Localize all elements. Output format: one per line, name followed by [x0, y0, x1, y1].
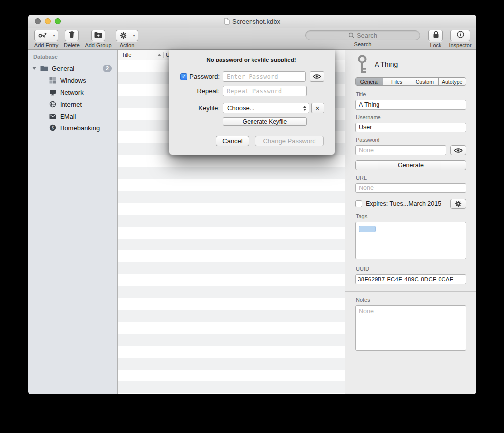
- title-field-label: Title: [356, 91, 466, 97]
- svg-text:$: $: [51, 126, 54, 130]
- search-icon: [348, 32, 355, 39]
- password-reveal-button[interactable]: [450, 145, 466, 155]
- sheet-message: No password or keyfile supplied!: [178, 57, 324, 63]
- password-field[interactable]: [355, 145, 446, 155]
- eye-icon: [454, 148, 463, 153]
- notes-field[interactable]: [355, 305, 466, 351]
- action-dropdown-arrow[interactable]: ▾: [130, 30, 138, 41]
- tab-custom[interactable]: Custom: [411, 77, 439, 86]
- search-input[interactable]: Search: [305, 30, 420, 40]
- inspector-button[interactable]: [450, 30, 470, 41]
- search-block: Search Search: [304, 30, 421, 47]
- envelope-icon: [48, 114, 57, 119]
- tab-general[interactable]: General: [355, 77, 383, 86]
- generate-password-button[interactable]: Generate: [355, 160, 466, 170]
- add-group-label: Add Group: [85, 42, 111, 48]
- password-checkbox[interactable]: ✓: [180, 73, 187, 80]
- tab-files[interactable]: Files: [383, 77, 411, 86]
- sidebar-item-label: Homebanking: [60, 124, 100, 132]
- keyfile-label: Keyfile:: [198, 104, 220, 112]
- add-group-button[interactable]: [91, 30, 105, 41]
- password-reveal-button[interactable]: [310, 71, 324, 82]
- sort-ascending-icon: [157, 54, 161, 56]
- globe-icon: [48, 101, 57, 108]
- lock-block: Lock: [425, 30, 446, 48]
- disclosure-triangle-icon[interactable]: [32, 67, 36, 70]
- sidebar-item-windows[interactable]: Windows: [28, 74, 117, 86]
- keyfile-popup-value: Choose...: [227, 104, 255, 112]
- expires-row: Expires: Tues...March 2015: [355, 199, 466, 209]
- action-button[interactable]: ▾: [116, 30, 138, 41]
- keyfile-popup[interactable]: Choose...: [223, 103, 309, 113]
- close-button[interactable]: [35, 18, 41, 24]
- trash-icon: [69, 31, 75, 40]
- sidebar-item-label: General: [52, 65, 74, 72]
- eye-icon: [313, 74, 321, 79]
- generate-keyfile-row: Generate Keyfile: [178, 117, 324, 126]
- lock-button[interactable]: [428, 30, 443, 41]
- window-title-area: Screenshot.kdbx: [224, 18, 280, 25]
- password-row: ✓ Password:: [178, 71, 324, 82]
- close-x-icon: ×: [315, 105, 319, 112]
- search-placeholder: Search: [357, 32, 377, 39]
- tab-autotype[interactable]: Autotype: [438, 77, 466, 86]
- expires-options-button[interactable]: [450, 199, 466, 209]
- tags-label: Tags: [356, 213, 466, 219]
- checkmark-icon: ✓: [182, 74, 186, 79]
- traffic-lights: [35, 18, 61, 24]
- coin-icon: $: [48, 124, 57, 131]
- tag-chip[interactable]: [359, 226, 376, 232]
- tags-field[interactable]: [355, 222, 466, 259]
- url-field-label: URL: [356, 175, 466, 181]
- url-field[interactable]: [355, 183, 466, 193]
- column-title-label: Title: [122, 52, 131, 58]
- uuid-label: UUID: [356, 266, 466, 272]
- sidebar-section-header: Database: [28, 50, 117, 62]
- password-field-label: Password: [356, 137, 466, 143]
- generate-keyfile-button[interactable]: Generate Keyfile: [223, 117, 307, 126]
- repeat-row: Repeat:: [178, 86, 324, 96]
- zoom-button[interactable]: [55, 18, 61, 24]
- document-icon: [224, 18, 230, 25]
- sidebar-item-label: Windows: [60, 77, 86, 84]
- repeat-password-input[interactable]: [223, 86, 307, 96]
- app-window: Screenshot.kdbx ▾ Add Entry Delete: [28, 15, 476, 394]
- add-entry-dropdown-arrow[interactable]: ▾: [50, 30, 58, 41]
- folder-plus-icon: [94, 31, 102, 40]
- sidebar-item-label: Network: [60, 89, 84, 96]
- username-field[interactable]: [355, 123, 466, 132]
- sidebar-item-network[interactable]: Network: [28, 86, 117, 98]
- entry-count-badge: 2: [103, 65, 112, 72]
- add-entry-button[interactable]: ▾: [34, 30, 58, 41]
- action-label: Action: [120, 42, 135, 48]
- change-password-button[interactable]: Change Password: [255, 136, 324, 146]
- expires-checkbox[interactable]: [355, 200, 362, 207]
- sidebar-item-internet[interactable]: Internet: [28, 98, 117, 110]
- gear-icon: [116, 30, 130, 41]
- add-group-block: Add Group: [84, 30, 113, 48]
- inspector-block: Inspector: [447, 30, 474, 48]
- inspector-label: Inspector: [449, 42, 471, 48]
- password-input[interactable]: [223, 71, 306, 82]
- sidebar-item-general[interactable]: General 2: [28, 62, 117, 74]
- window-titlebar[interactable]: Screenshot.kdbx: [28, 15, 476, 28]
- cancel-button[interactable]: Cancel: [216, 136, 249, 146]
- windows-icon: [48, 77, 57, 84]
- uuid-field[interactable]: [355, 274, 466, 284]
- sidebar: Database General 2 Windows Network: [28, 50, 118, 394]
- inspector-panel: A Thing General Files Custom Autotype Ti…: [345, 50, 476, 394]
- stepper-icon: [303, 106, 306, 111]
- delete-button[interactable]: [65, 30, 79, 41]
- keyfile-row: Keyfile: Choose... ×: [178, 103, 324, 113]
- column-header-title[interactable]: Title: [118, 52, 163, 58]
- minimize-button[interactable]: [45, 18, 51, 24]
- title-field[interactable]: [355, 100, 466, 110]
- delete-block: Delete: [61, 30, 83, 48]
- inspector-divider: [345, 291, 476, 292]
- keyfile-clear-button[interactable]: ×: [311, 103, 324, 113]
- sidebar-item-homebanking[interactable]: $ Homebanking: [28, 122, 117, 134]
- action-block: ▾ Action: [115, 30, 139, 48]
- sidebar-item-email[interactable]: EMail: [28, 110, 117, 122]
- expires-label: Expires: Tues...March 2015: [366, 200, 441, 207]
- username-field-label: Username: [356, 114, 466, 120]
